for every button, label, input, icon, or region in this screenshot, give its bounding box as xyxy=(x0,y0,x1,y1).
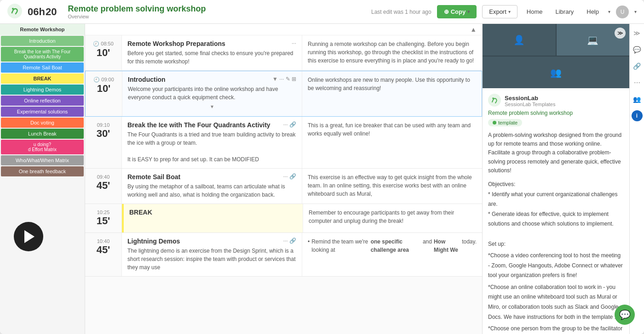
duration-introduction: 10' xyxy=(89,83,118,95)
expand-panel-button[interactable]: ≫ xyxy=(632,28,643,39)
help-caret: ▾ xyxy=(608,9,610,14)
duration-break: 15' xyxy=(89,215,118,227)
export-caret: ▾ xyxy=(508,9,511,14)
chat-fab-button[interactable]: 💬 xyxy=(615,305,635,325)
time-col-introduction: 🕘 09:00 10' xyxy=(86,71,122,116)
logo xyxy=(7,4,22,20)
block-actions-sail-boat[interactable]: ··· 🔗 xyxy=(283,173,296,180)
sidebar-item-online-reflection[interactable]: Online reflection xyxy=(1,96,84,106)
time-col-break-ice: 09:10 30' xyxy=(85,117,122,168)
sidebar-item-four-quadrants[interactable]: Break the Ice with The Four Quadrants Ac… xyxy=(1,47,84,62)
video-thumb-1: 👤 xyxy=(483,24,556,56)
users-icon-button[interactable]: 👥 xyxy=(632,94,643,105)
home-link[interactable]: Home xyxy=(523,6,546,17)
panel-objectives: Objectives: * Identify what your current… xyxy=(488,180,624,334)
collapse-header: ▲ xyxy=(85,24,482,35)
block-right-introduction: Online workshops are new to many people.… xyxy=(302,71,482,116)
collapse-button[interactable]: ▲ xyxy=(470,26,477,33)
library-link[interactable]: Library xyxy=(552,6,578,17)
block-desc-introduction: Welcome your participants into the onlin… xyxy=(128,85,296,102)
sidebar-item-introduction[interactable]: Introduction xyxy=(1,36,84,46)
user-caret: ▾ xyxy=(634,9,637,14)
left-sidebar: Remote Workshop Introduction Break the I… xyxy=(0,24,85,334)
time-start-introduction: 🕘 09:00 xyxy=(89,77,118,83)
time-col-lightning: 10:40 45' xyxy=(85,233,122,276)
sidebar-item-lightning-demos[interactable]: Lightning Demos xyxy=(1,85,84,95)
info-icon-button[interactable]: i xyxy=(632,110,643,121)
block-title-row-break-ice: Break the Ice with The Four Quadrants Ac… xyxy=(127,121,296,130)
chat-icon-button[interactable]: 💬 xyxy=(632,44,643,55)
right-panel: 👤 💻 👥 ≫ xyxy=(482,24,629,334)
panel-description: A problem-solving workshop designed from… xyxy=(488,131,624,175)
play-button[interactable] xyxy=(14,222,43,251)
panel-workshop-link[interactable]: Remote problem solving workshop xyxy=(488,110,624,116)
duration-sail-boat: 45' xyxy=(89,180,118,192)
block-desc-break-ice: The Four Quadrants is a tried and true t… xyxy=(127,130,296,164)
top-nav: 06h 20 Remote problem solving workshop O… xyxy=(0,0,644,24)
workshop-title: Remote problem solving workshop xyxy=(68,4,366,14)
duration-preparations: 10' xyxy=(89,47,118,59)
block-preparations: 🕗 08:50 10' Remote Workshop Preparations… xyxy=(85,35,482,71)
time-start-break: 10:25 xyxy=(89,209,118,215)
duration-break-ice: 30' xyxy=(89,128,118,140)
block-actions-preparations[interactable]: ··· xyxy=(292,40,296,46)
breadcrumb: Overview xyxy=(68,14,366,19)
block-right-lightning: Remind the team we're looking at one spe… xyxy=(302,233,482,276)
block-left-introduction: Introduction ▼ ··· ✎ ⊞ Welcome your part… xyxy=(122,71,302,116)
time-col-preparations: 🕗 08:50 10' xyxy=(85,35,122,70)
block-left-preparations: Remote Workshop Preparations ··· Before … xyxy=(122,35,302,70)
chat-fab-icon: 💬 xyxy=(619,309,631,320)
sidebar-item-who-what-when[interactable]: Who/What/When Matrix xyxy=(1,155,84,165)
time-col-break: 10:25 15' xyxy=(85,204,122,232)
objectives-title: Objectives: xyxy=(488,180,624,190)
block-actions-introduction[interactable]: ▼ ··· ✎ ⊞ xyxy=(272,76,296,82)
sidebar-item-break[interactable]: BREAK xyxy=(1,74,84,84)
block-left-break: BREAK xyxy=(122,204,303,232)
block-actions-lightning[interactable]: ··· 🔗 xyxy=(283,238,296,244)
block-desc-lightning: The lightning demo is an exercise from t… xyxy=(127,247,296,272)
block-content-sail-boat: Remote Sail Boat ··· 🔗 By using the meta… xyxy=(122,169,482,204)
objective-1: * Identify what your current organizatio… xyxy=(488,190,624,209)
block-content-break-ice: Break the Ice with The Four Quadrants Ac… xyxy=(122,117,482,168)
sidebar-title: Remote Workshop xyxy=(0,24,85,35)
sidebar-item-effort-matrix[interactable]: u doing?d Effort Matrix xyxy=(1,140,84,154)
sidebar-item-experimental[interactable]: Experimental solutions xyxy=(1,107,84,117)
panel-info: SessionLab SessionLab Templates Remote p… xyxy=(483,88,629,334)
block-title-break: BREAK xyxy=(129,209,152,216)
duration-lightning: 45' xyxy=(89,244,118,256)
time-col-sail-boat: 09:40 45' xyxy=(85,169,122,204)
export-button[interactable]: Export ▾ xyxy=(482,5,518,18)
block-content-introduction: Introduction ▼ ··· ✎ ⊞ Welcome your part… xyxy=(122,71,482,116)
copy-button[interactable]: ⊕ Copy ▾ xyxy=(437,5,477,18)
help-link[interactable]: Help xyxy=(583,6,603,17)
title-block: Remote problem solving workshop Overview xyxy=(68,4,366,19)
time-start-preparations: 🕗 08:50 xyxy=(89,41,118,47)
block-title-introduction: Introduction xyxy=(128,76,166,83)
panel-expand-button[interactable]: ≫ xyxy=(615,28,626,39)
clock-icon-2: 🕘 xyxy=(93,77,100,82)
user-avatar[interactable]: U xyxy=(616,6,629,18)
block-title-row-sail-boat: Remote Sail Boat ··· 🔗 xyxy=(127,173,296,182)
badge-dot xyxy=(493,121,496,125)
link-icon-button[interactable]: 🔗 xyxy=(632,61,643,72)
svg-point-2 xyxy=(488,94,501,107)
video-thumb-3: 👥 xyxy=(483,57,629,88)
block-break: 10:25 15' BREAK Remember to encourage pa… xyxy=(85,204,482,233)
sidebar-item-lunch-break[interactable]: Lunch Break xyxy=(1,129,84,139)
sidebar-item-sail-boat[interactable]: Remote Sail Boat xyxy=(1,62,84,73)
time-start-break-ice: 09:10 xyxy=(89,122,118,128)
block-title-row-lightning: Lightning Demos ··· 🔗 xyxy=(127,238,296,247)
block-right-preparations: Running a remote workshop can be challen… xyxy=(302,35,482,70)
sidebar-item-doc-voting[interactable]: Doc voting xyxy=(1,118,84,128)
expand-chevron-introduction[interactable]: ▾ xyxy=(128,102,296,112)
sidebar-item-one-breath[interactable]: One breath feedback xyxy=(1,166,84,176)
time-minutes: 20 xyxy=(46,6,57,18)
right-panel-wrapper: 👤 💻 👥 ≫ xyxy=(482,24,644,334)
block-title-preparations: Remote Workshop Preparations xyxy=(127,40,225,47)
block-title-break-ice: Break the Ice with The Four Quadrants Ac… xyxy=(127,121,270,129)
play-icon xyxy=(24,230,34,243)
video-call-image: 👤 💻 👥 xyxy=(483,24,629,88)
more-icon-button[interactable]: ⋯ xyxy=(632,77,643,88)
time-display: 06h 20 xyxy=(28,6,57,18)
block-actions-break-ice[interactable]: ··· 🔗 xyxy=(283,121,296,128)
